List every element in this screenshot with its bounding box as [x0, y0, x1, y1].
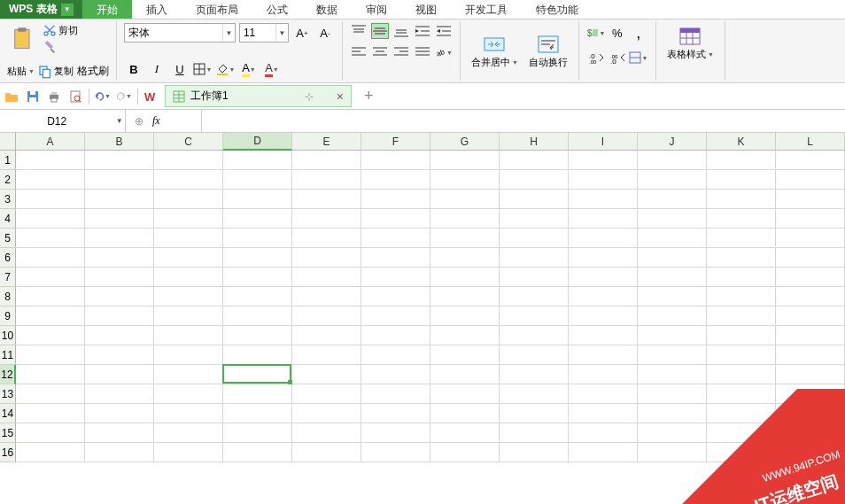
row-header-5[interactable]: 5: [0, 229, 16, 248]
cell[interactable]: [500, 287, 569, 306]
cell[interactable]: [223, 365, 292, 384]
cell[interactable]: [223, 248, 292, 268]
cell[interactable]: [638, 248, 707, 268]
cell[interactable]: [638, 384, 707, 404]
cell[interactable]: [430, 404, 500, 423]
cell[interactable]: [361, 384, 430, 404]
menu-tab-formula[interactable]: 公式: [252, 0, 302, 19]
cell[interactable]: [776, 326, 845, 345]
cell[interactable]: [292, 287, 361, 306]
cell[interactable]: [638, 365, 707, 384]
cell[interactable]: [85, 345, 154, 365]
cell[interactable]: [292, 248, 361, 268]
col-header-E[interactable]: E: [292, 133, 361, 151]
menu-tab-review[interactable]: 审阅: [352, 0, 401, 19]
percent-button[interactable]: %: [608, 23, 627, 43]
cell[interactable]: [638, 423, 707, 443]
cell[interactable]: [500, 306, 569, 326]
cell[interactable]: [85, 443, 154, 462]
highlight-button[interactable]: A▼: [239, 59, 259, 79]
italic-button[interactable]: I: [147, 59, 167, 79]
bold-button[interactable]: B: [124, 59, 143, 79]
cell[interactable]: [569, 404, 638, 423]
decrease-decimal-button[interactable]: .00.0: [608, 48, 627, 67]
cell[interactable]: [707, 384, 776, 404]
cell[interactable]: [430, 248, 500, 268]
cell[interactable]: [361, 423, 430, 443]
cell[interactable]: [776, 151, 845, 170]
row-header-7[interactable]: 7: [0, 268, 16, 287]
wps-button[interactable]: W: [143, 89, 159, 105]
cell[interactable]: [707, 151, 776, 170]
cell[interactable]: [430, 190, 500, 209]
cell[interactable]: [292, 209, 361, 229]
cell[interactable]: [430, 268, 500, 287]
cell[interactable]: [361, 365, 430, 384]
cell[interactable]: [292, 345, 361, 365]
col-header-B[interactable]: B: [85, 133, 154, 151]
cell[interactable]: [292, 326, 361, 345]
cell[interactable]: [776, 404, 845, 423]
cell[interactable]: [430, 423, 500, 443]
cell[interactable]: [776, 209, 845, 229]
col-header-G[interactable]: G: [430, 133, 500, 151]
col-header-F[interactable]: F: [361, 133, 430, 151]
cell[interactable]: [223, 170, 292, 190]
cell[interactable]: [500, 384, 569, 404]
paste-button[interactable]: [7, 25, 39, 53]
cell[interactable]: [154, 287, 223, 306]
cell[interactable]: [361, 404, 430, 423]
border-button[interactable]: ▼: [193, 59, 213, 79]
align-left-button[interactable]: [350, 44, 368, 60]
cell[interactable]: [500, 423, 569, 443]
col-header-H[interactable]: H: [500, 133, 569, 151]
cell[interactable]: [638, 287, 707, 306]
cell[interactable]: [223, 287, 292, 306]
save-button[interactable]: [25, 89, 41, 105]
cell[interactable]: [85, 423, 154, 443]
cell[interactable]: [569, 345, 638, 365]
cell[interactable]: [292, 365, 361, 384]
cell[interactable]: [223, 443, 292, 462]
cell[interactable]: [430, 229, 500, 248]
cell[interactable]: [569, 306, 638, 326]
cell[interactable]: [776, 229, 845, 248]
increase-decimal-button[interactable]: .0.00: [586, 48, 606, 67]
row-header-12[interactable]: 12: [0, 365, 16, 384]
cell[interactable]: [638, 268, 707, 287]
cell[interactable]: [430, 287, 500, 306]
menu-tab-data[interactable]: 数据: [302, 0, 352, 19]
cell[interactable]: [500, 268, 569, 287]
cell[interactable]: [85, 384, 154, 404]
cell[interactable]: [223, 151, 292, 170]
cell[interactable]: [707, 287, 776, 306]
cell[interactable]: [154, 170, 223, 190]
cell[interactable]: [154, 190, 223, 209]
cell[interactable]: [500, 404, 569, 423]
cell[interactable]: [223, 326, 292, 345]
cell[interactable]: [569, 384, 638, 404]
cell[interactable]: [430, 326, 500, 345]
row-header-1[interactable]: 1: [0, 151, 16, 170]
cell[interactable]: [154, 248, 223, 268]
cell[interactable]: [569, 365, 638, 384]
cell[interactable]: [776, 248, 845, 268]
row-header-9[interactable]: 9: [0, 306, 16, 326]
cell[interactable]: [430, 306, 500, 326]
row-header-13[interactable]: 13: [0, 384, 16, 404]
cell[interactable]: [707, 268, 776, 287]
cell[interactable]: [776, 170, 845, 190]
font-size-dropdown[interactable]: ▼: [275, 24, 288, 42]
cell[interactable]: [707, 306, 776, 326]
col-header-D[interactable]: D: [223, 133, 292, 151]
cell[interactable]: [361, 190, 430, 209]
cell[interactable]: [776, 365, 845, 384]
cell[interactable]: [16, 326, 85, 345]
cell[interactable]: [16, 248, 85, 268]
cell[interactable]: [292, 190, 361, 209]
cell[interactable]: [569, 248, 638, 268]
cell[interactable]: [223, 209, 292, 229]
cell[interactable]: [16, 190, 85, 209]
cell[interactable]: [292, 384, 361, 404]
cell[interactable]: [361, 306, 430, 326]
